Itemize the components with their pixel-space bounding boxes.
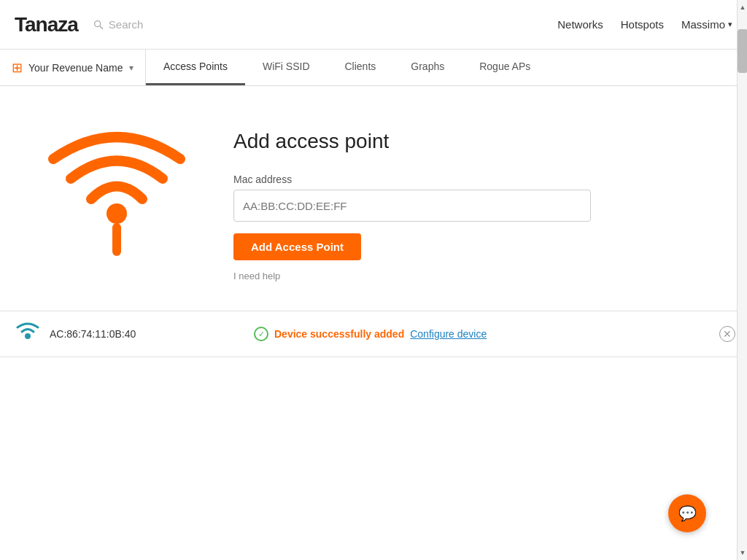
- nav-user-label: Massimo: [681, 18, 725, 31]
- tab-access-points[interactable]: Access Points: [146, 50, 245, 85]
- wifi-illustration: [44, 115, 190, 261]
- chat-icon: 💬: [678, 505, 697, 522]
- tab-wifi-ssid[interactable]: WiFi SSID: [245, 50, 328, 85]
- main-content: Add access point Mac address Add Access …: [0, 86, 747, 357]
- tab-graphs[interactable]: Graphs: [393, 50, 462, 85]
- nav-user[interactable]: Massimo ▾: [681, 18, 732, 31]
- device-status: Device successfully added Configure devi…: [254, 327, 732, 341]
- close-device-row-button[interactable]: ✕: [719, 326, 735, 342]
- network-selector-label: Your Revenue Name: [28, 62, 123, 74]
- device-row: AC:86:74:11:0B:40 Device successfully ad…: [0, 311, 747, 357]
- device-wifi-icon: [15, 320, 41, 348]
- subheader: ⊞ Your Revenue Name ▾ Access Points WiFi…: [0, 50, 747, 86]
- header-right: Networks Hotspots Massimo ▾: [557, 18, 732, 31]
- search-label: Search: [109, 18, 144, 31]
- chevron-down-icon: ▾: [728, 20, 732, 29]
- form-area: Add access point Mac address Add Access …: [0, 86, 747, 311]
- svg-point-4: [25, 333, 31, 339]
- success-check-icon: [254, 327, 268, 341]
- help-link[interactable]: I need help: [233, 271, 703, 281]
- search-icon: [93, 19, 104, 31]
- scrollbar: ▲ ▼: [737, 0, 747, 560]
- nav-networks[interactable]: Networks: [557, 18, 603, 31]
- mac-label: Mac address: [233, 174, 703, 185]
- device-status-text: Device successfully added: [274, 328, 404, 340]
- header: Tanaza Search Networks Hotspots Massimo …: [0, 0, 747, 50]
- header-left: Tanaza Search: [15, 13, 143, 36]
- tabs: Access Points WiFi SSID Clients Graphs R…: [146, 50, 548, 85]
- tab-rogue-aps[interactable]: Rogue APs: [462, 50, 548, 85]
- tab-clients[interactable]: Clients: [328, 50, 394, 85]
- form-title: Add access point: [233, 130, 703, 153]
- dropdown-arrow-icon: ▾: [129, 63, 133, 73]
- wifi-icon-svg: [47, 115, 186, 261]
- add-access-point-button[interactable]: Add Access Point: [233, 233, 361, 260]
- scrollbar-thumb[interactable]: [738, 29, 747, 73]
- configure-device-link[interactable]: Configure device: [410, 328, 487, 340]
- logo: Tanaza: [15, 13, 78, 36]
- svg-line-1: [100, 26, 103, 29]
- search-box[interactable]: Search: [93, 18, 144, 31]
- device-mac-address: AC:86:74:11:0B:40: [50, 328, 166, 340]
- svg-point-0: [95, 20, 101, 26]
- chat-button[interactable]: 💬: [668, 494, 706, 532]
- layers-icon: ⊞: [12, 60, 23, 76]
- svg-rect-3: [112, 223, 121, 256]
- scroll-up-arrow[interactable]: ▲: [738, 0, 747, 15]
- svg-point-2: [107, 203, 127, 224]
- mac-input[interactable]: [233, 190, 591, 222]
- scroll-down-arrow[interactable]: ▼: [738, 545, 747, 560]
- nav-hotspots[interactable]: Hotspots: [621, 18, 664, 31]
- network-selector[interactable]: ⊞ Your Revenue Name ▾: [0, 50, 146, 85]
- add-access-point-form: Add access point Mac address Add Access …: [233, 115, 703, 281]
